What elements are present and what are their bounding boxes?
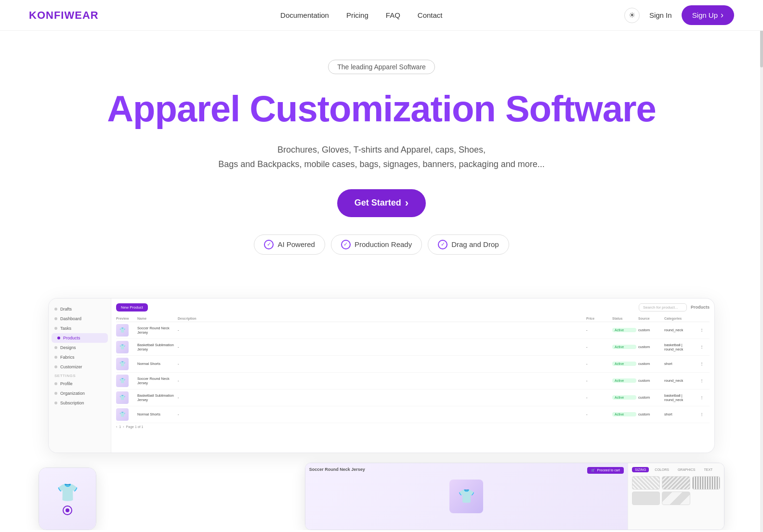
product-cat-4: basketball | round_neck <box>664 393 698 402</box>
sign-up-button[interactable]: Sign Up <box>682 5 734 25</box>
editor-shirt-shape: 👕 <box>449 480 483 513</box>
feature-pill-drag: ✓ Drag and Drop <box>428 234 509 255</box>
mobile-inner: 👕 <box>39 468 96 530</box>
editor-tab-colors[interactable]: COLORS <box>652 467 672 472</box>
product-source-5: custom <box>638 412 662 416</box>
product-price-1: - <box>586 345 610 349</box>
ai-check-icon: ✓ <box>264 240 274 249</box>
editor-tab-text[interactable]: TEXT <box>701 467 715 472</box>
products-page-title: Products <box>691 305 710 310</box>
col-price: Price <box>586 317 610 320</box>
editor-tab-sizing[interactable]: SIZING <box>632 467 649 472</box>
table-row[interactable]: 👕 Soccer Round Neck Jersey - - Active cu… <box>116 373 710 389</box>
nav-contact[interactable]: Contact <box>418 11 443 19</box>
get-started-button[interactable]: Get Started <box>337 189 426 217</box>
table-row[interactable]: 👕 Soccer Round Neck Jersey - - Active cu… <box>116 322 710 339</box>
sidebar-item-profile[interactable]: Profile <box>49 379 111 389</box>
brand-logo[interactable]: KONFIWEAR <box>29 9 99 22</box>
col-status: Status <box>612 317 636 320</box>
product-status-0: Active <box>612 328 636 332</box>
proceed-to-cart-button[interactable]: 🛒 Proceed to cart <box>587 467 624 474</box>
sidebar-item-drafts[interactable]: Drafts <box>49 304 111 314</box>
product-source-2: custom <box>638 362 662 366</box>
product-name-2: Normal Shorts <box>137 362 176 366</box>
mobile-screenshot: 👕 <box>39 467 96 530</box>
product-desc-5: - <box>178 412 584 416</box>
product-source-3: custom <box>638 378 662 383</box>
product-actions-5[interactable]: ⋮ <box>700 412 710 416</box>
nav-pricing[interactable]: Pricing <box>346 11 368 19</box>
texture-swatch-3[interactable] <box>692 476 720 490</box>
sidebar-item-tasks[interactable]: Tasks <box>49 324 111 333</box>
hero-title: Apparel Customization Software <box>19 89 744 129</box>
sidebar-item-organization[interactable]: Organization <box>49 389 111 398</box>
dashboard-icon <box>54 317 57 320</box>
product-actions-3[interactable]: ⋮ <box>700 378 710 383</box>
scrollbar-thumb[interactable] <box>760 29 763 67</box>
mobile-dot-icon <box>63 506 72 515</box>
product-price-4: - <box>586 395 610 400</box>
search-products-input[interactable]: Search for product... <box>639 303 687 311</box>
editor-preview: Soccer Round Neck Jersey 👕 🛒 Proceed to … <box>305 463 628 530</box>
mobile-shirt-icon: 👕 <box>57 482 79 503</box>
col-preview: Preview <box>116 317 135 320</box>
product-actions-4[interactable]: ⋮ <box>700 395 710 400</box>
product-price-3: - <box>586 378 610 383</box>
feature-pill-ai: ✓ AI Powered <box>254 234 325 255</box>
profile-icon <box>54 382 57 385</box>
texture-swatch-4[interactable] <box>632 492 660 505</box>
customizer-icon <box>54 365 57 368</box>
product-thumb-5: 👕 <box>116 408 129 421</box>
nav-faq[interactable]: FAQ <box>386 11 400 19</box>
table-row[interactable]: 👕 Normal Shorts - - Active custom short … <box>116 356 710 373</box>
sidebar-item-fabrics[interactable]: Fabrics <box>49 352 111 362</box>
table-row[interactable]: 👕 Basketball Sublimation Jersey - - Acti… <box>116 339 710 356</box>
texture-swatch-5[interactable] <box>662 492 690 505</box>
product-thumb-0: 👕 <box>116 324 129 337</box>
theme-toggle-button[interactable]: ☀ <box>624 8 640 23</box>
sidebar-item-designs[interactable]: Designs <box>49 343 111 352</box>
sidebar-item-customizer[interactable]: Customizer <box>49 362 111 372</box>
product-status-2: Active <box>612 362 636 366</box>
settings-group-label: SETTINGS <box>49 372 111 379</box>
feature-pills: ✓ AI Powered ✓ Production Ready ✓ Drag a… <box>19 234 744 255</box>
product-cat-5: short <box>664 412 698 416</box>
editor-tab-graphics[interactable]: GRAPHICS <box>675 467 698 472</box>
product-source-0: custom <box>638 328 662 332</box>
hero-section: The leading Apparel Software Apparel Cus… <box>0 31 763 293</box>
product-actions-1[interactable]: ⋮ <box>700 345 710 349</box>
product-name-4: Basketball Sublimation Jersey <box>137 393 176 402</box>
feature-pill-production: ✓ Production Ready <box>331 234 422 255</box>
product-name-3: Soccer Round Neck Jersey <box>137 376 176 385</box>
texture-swatch-1[interactable] <box>632 476 660 490</box>
nav-documentation[interactable]: Documentation <box>280 11 329 19</box>
col-actions <box>700 317 710 320</box>
pagination: ‹ 1 › Page 1 of 1 <box>116 425 710 428</box>
page-next[interactable]: › <box>123 425 124 428</box>
hero-badge: The leading Apparel Software <box>328 60 435 74</box>
product-thumb-2: 👕 <box>116 358 129 370</box>
sidebar-item-subscription[interactable]: Subscription <box>49 398 111 408</box>
app-topbar: New Product Search for product... Produc… <box>116 303 710 311</box>
page-1[interactable]: 1 <box>119 425 121 428</box>
proceed-label: Proceed to cart <box>597 468 620 472</box>
sidebar-item-dashboard[interactable]: Dashboard <box>49 314 111 324</box>
product-actions-0[interactable]: ⋮ <box>700 328 710 332</box>
sidebar-item-products[interactable]: Products <box>52 333 108 343</box>
editor-tab-bar: SIZING COLORS GRAPHICS TEXT <box>632 467 720 472</box>
sign-in-button[interactable]: Sign In <box>649 11 672 19</box>
feature-pill-production-label: Production Ready <box>355 240 412 248</box>
product-actions-2[interactable]: ⋮ <box>700 362 710 366</box>
table-row[interactable]: 👕 Basketball Sublimation Jersey - - Acti… <box>116 389 710 406</box>
product-status-5: Active <box>612 412 636 416</box>
new-product-button[interactable]: New Product <box>116 303 148 311</box>
products-icon <box>57 337 60 339</box>
texture-swatch-2[interactable] <box>662 476 690 490</box>
product-desc-1: - <box>178 345 584 349</box>
hero-subtitle-line2: Bags and Backpacks, mobile cases, bags, … <box>218 159 544 169</box>
main-screenshot: Drafts Dashboard Tasks Products Designs <box>48 298 715 453</box>
table-row[interactable]: 👕 Normal Shorts - - Active custom short … <box>116 406 710 423</box>
col-description: Description <box>178 317 584 320</box>
editor-product-name: Soccer Round Neck Jersey <box>309 467 365 472</box>
page-prev[interactable]: ‹ <box>116 425 117 428</box>
